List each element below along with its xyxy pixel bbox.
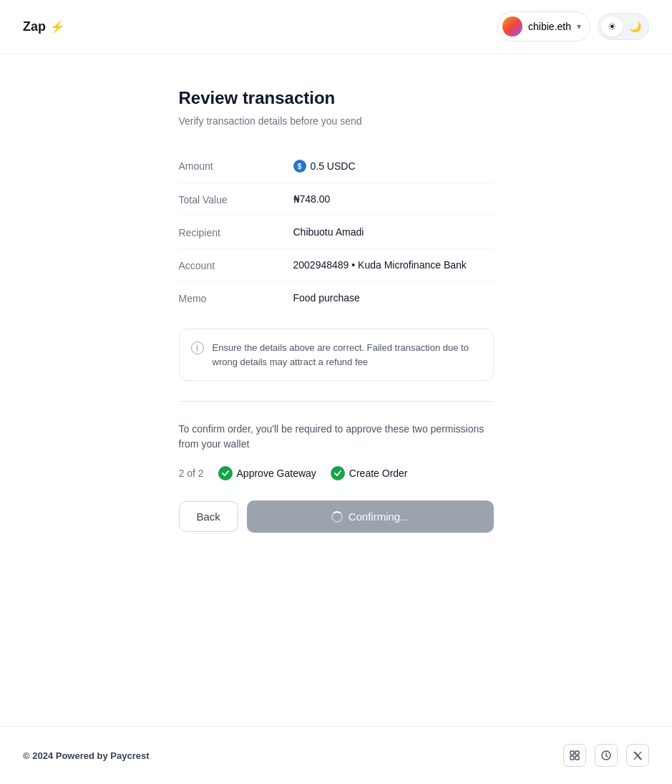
moon-icon: 🌙 — [629, 21, 641, 32]
account-value: 2002948489 • Kuda Microfinance Bank — [293, 259, 467, 271]
transaction-details: Amount $ 0.5 USDC Total Value ₦748.00 Re… — [179, 150, 494, 314]
total-value-text: ₦748.00 — [293, 193, 331, 205]
recipient-value: Chibuotu Amadi — [293, 226, 364, 238]
page-subtitle: Verify transaction details before you se… — [179, 115, 494, 127]
approve-gateway-check-icon — [218, 466, 233, 480]
wallet-name: chibie.eth — [528, 21, 571, 32]
main-content: Review transaction Verify transaction de… — [165, 54, 508, 533]
step-count: 2 of 2 — [179, 468, 204, 479]
buttons-row: Back Confirming... — [179, 500, 494, 533]
sun-icon: ☀ — [608, 21, 617, 32]
total-value-label: Total Value — [179, 193, 293, 205]
recipient-label: Recipient — [179, 226, 293, 238]
wallet-button[interactable]: chibie.eth ▾ — [497, 11, 590, 42]
amount-value: $ 0.5 USDC — [293, 160, 356, 173]
header: Zap ⚡ chibie.eth ▾ ☀ 🌙 — [0, 0, 672, 54]
amount-text: 0.5 USDC — [311, 160, 356, 172]
info-icon: i — [191, 342, 204, 354]
light-theme-button[interactable]: ☀ — [601, 16, 623, 37]
total-value: ₦748.00 — [293, 193, 331, 205]
logo-bolt-icon: ⚡ — [50, 20, 64, 34]
memo-text: Food purchase — [293, 292, 360, 304]
divider — [179, 401, 494, 402]
dark-theme-button[interactable]: 🌙 — [624, 16, 646, 37]
logo: Zap ⚡ — [23, 19, 64, 34]
footer-copyright: © 2024 Powered by Paycrest — [23, 749, 150, 762]
amount-label: Amount — [179, 160, 293, 172]
avatar — [502, 16, 522, 37]
footer-icon-1[interactable] — [563, 744, 586, 767]
warning-box: i Ensure the details above are correct. … — [179, 329, 494, 381]
logo-text: Zap — [23, 19, 46, 34]
warning-text: Ensure the details above are correct. Fa… — [213, 341, 482, 369]
total-value-row: Total Value ₦748.00 — [179, 183, 494, 216]
page-title: Review transaction — [179, 88, 494, 108]
loading-spinner — [331, 511, 343, 523]
permissions-description: To confirm order, you'll be required to … — [179, 422, 494, 452]
amount-row: Amount $ 0.5 USDC — [179, 150, 494, 183]
svg-rect-2 — [570, 756, 574, 760]
create-order-label: Create Order — [349, 468, 408, 479]
memo-row: Memo Food purchase — [179, 282, 494, 314]
svg-rect-0 — [570, 751, 574, 755]
footer-brand: Paycrest — [110, 750, 149, 761]
usdc-icon: $ — [293, 160, 306, 173]
recipient-row: Recipient Chibuotu Amadi — [179, 216, 494, 249]
svg-rect-1 — [575, 751, 579, 755]
approve-gateway-label: Approve Gateway — [237, 468, 316, 479]
create-order-item: Create Order — [331, 466, 408, 480]
footer-copyright-text: © 2024 Powered by — [23, 750, 108, 761]
chevron-down-icon: ▾ — [577, 21, 581, 32]
svg-rect-3 — [575, 756, 579, 760]
memo-value: Food purchase — [293, 292, 360, 304]
footer-icon-2[interactable] — [595, 744, 618, 767]
recipient-name: Chibuotu Amadi — [293, 226, 364, 238]
confirm-button: Confirming... — [247, 500, 494, 533]
approve-gateway-item: Approve Gateway — [218, 466, 316, 480]
permissions-row: 2 of 2 Approve Gateway Create Order — [179, 466, 494, 480]
back-button[interactable]: Back — [179, 501, 238, 532]
create-order-check-icon — [331, 466, 345, 480]
confirm-label: Confirming... — [349, 510, 409, 523]
footer-icons — [563, 744, 649, 767]
account-label: Account — [179, 259, 293, 271]
footer: © 2024 Powered by Paycrest — [0, 726, 672, 784]
header-right: chibie.eth ▾ ☀ 🌙 — [497, 11, 649, 42]
memo-label: Memo — [179, 292, 293, 304]
theme-toggle: ☀ 🌙 — [598, 13, 649, 40]
account-row: Account 2002948489 • Kuda Microfinance B… — [179, 249, 494, 282]
footer-icon-3[interactable] — [626, 744, 649, 767]
